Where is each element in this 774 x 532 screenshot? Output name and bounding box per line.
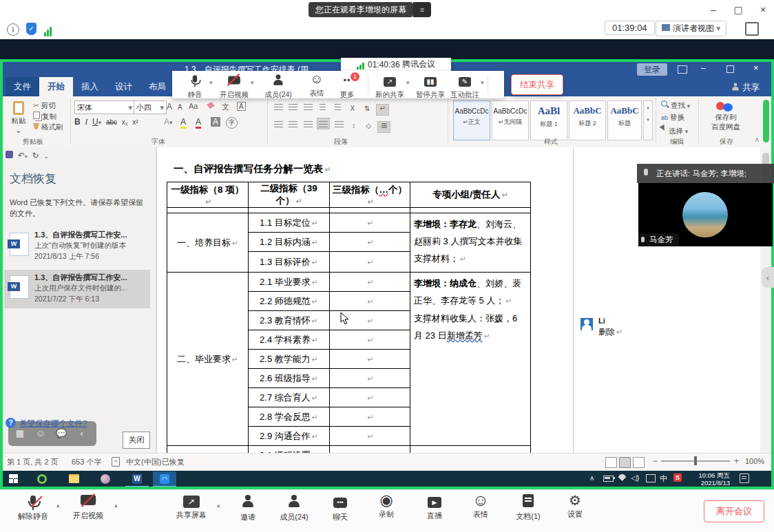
word-restore-button[interactable] xyxy=(726,65,734,73)
web-layout-icon[interactable] xyxy=(633,457,645,468)
video-options-icon[interactable]: ▾ xyxy=(251,79,254,86)
bullets-button[interactable] xyxy=(273,101,284,111)
viewer-maximize-button[interactable]: ▢ xyxy=(729,3,748,17)
enclose-char-button[interactable]: A xyxy=(237,102,246,111)
font-color-button[interactable]: A xyxy=(196,117,201,129)
leave-meeting-button[interactable]: 离开会议 xyxy=(704,500,764,522)
chat-button[interactable]: ••• 聊天 xyxy=(324,495,357,522)
justify-button[interactable] xyxy=(317,118,330,129)
italic-button[interactable]: I xyxy=(85,117,87,127)
superscript-button[interactable]: x² xyxy=(132,118,138,126)
save-icon[interactable] xyxy=(6,151,13,158)
select-button[interactable]: 选择 ▾ xyxy=(661,125,688,136)
highlight-button[interactable]: A xyxy=(180,117,186,129)
styles-scrollbar[interactable]: ▴▾ xyxy=(643,100,653,140)
close-recovery-button[interactable]: 关闭 xyxy=(123,432,150,449)
style-heading1[interactable]: AaBl标题 1 xyxy=(530,100,567,140)
change-case-button[interactable]: Aa xyxy=(189,102,198,110)
sogou-icon[interactable]: S xyxy=(673,474,682,482)
ribbon-options-icon[interactable] xyxy=(678,65,687,74)
word-minimize-button[interactable]: – xyxy=(701,63,706,73)
tab-insert[interactable]: 插入 xyxy=(73,77,107,96)
read-mode-icon[interactable] xyxy=(605,457,617,468)
tab-design[interactable]: 设计 xyxy=(107,77,140,96)
banner-menu-icon[interactable]: ≡ xyxy=(413,2,431,17)
taskbar-browser-icon[interactable] xyxy=(30,471,54,486)
shield-icon[interactable]: ✓ xyxy=(26,23,36,35)
shading-button[interactable]: A xyxy=(211,117,220,127)
view-mode-selector[interactable]: 演讲者视图 ▾ xyxy=(656,21,726,36)
save-to-baidu-button[interactable]: 保存到百度网盘 xyxy=(704,100,748,132)
help-icon[interactable]: ? xyxy=(6,418,16,428)
undo-icon[interactable]: ↶ xyxy=(18,151,25,160)
unmute-button[interactable]: 解除静音 xyxy=(12,495,54,522)
annotate-button[interactable]: ✎ 互动批注 xyxy=(449,74,481,87)
emoji-button[interactable]: ☺ 表情 xyxy=(464,492,497,520)
green-scroll-thumb[interactable] xyxy=(763,100,769,142)
decrease-indent-button[interactable] xyxy=(317,101,328,111)
members-button[interactable]: 成员(24) xyxy=(274,495,314,522)
word-count[interactable]: 653 个字 xyxy=(72,457,101,467)
word-close-button[interactable]: × xyxy=(753,63,759,73)
clock-time[interactable]: 10:06 周五2021/8/13 xyxy=(689,471,730,487)
tray-expand-icon[interactable]: ∧ xyxy=(589,474,594,482)
align-left-button[interactable] xyxy=(273,118,284,129)
multilevel-list-button[interactable] xyxy=(302,101,314,111)
cut-button[interactable]: ✂ 剪切 xyxy=(33,101,56,111)
language-indicator[interactable]: 中文(中国) xyxy=(126,457,161,467)
word-share-button[interactable]: 共享 xyxy=(729,81,760,94)
viewer-minimize-button[interactable]: – xyxy=(704,3,723,17)
style-no-spacing[interactable]: AaBbCcDc↵无间隔 xyxy=(492,100,529,140)
underline-button[interactable]: U xyxy=(92,117,98,127)
new-share-options-icon[interactable]: ▾ xyxy=(406,79,410,86)
video-button[interactable]: 开启视频 xyxy=(219,75,249,88)
style-normal[interactable]: AaBbCcDc↵正文 xyxy=(453,100,490,140)
taskbar-word-icon[interactable]: W xyxy=(125,471,149,487)
font-size-combo[interactable]: 小四▾ xyxy=(134,100,167,114)
strikethrough-button[interactable]: abc xyxy=(106,118,117,126)
zoom-in-icon[interactable]: + xyxy=(734,456,739,466)
pause-share-button[interactable]: ▮▮ 暂停共享 xyxy=(415,74,446,87)
asian-layout-button[interactable]: X xyxy=(346,105,358,115)
invite-button[interactable]: 邀请 xyxy=(231,495,264,522)
share-screen-button[interactable]: ↗ 共享屏幕 xyxy=(170,495,213,520)
fullscreen-icon[interactable] xyxy=(745,22,759,36)
qat-customize-icon[interactable]: ⌄ xyxy=(43,153,49,160)
find-button[interactable]: 查找 ▾ xyxy=(661,100,690,111)
notification-center-icon[interactable] xyxy=(740,474,749,483)
increase-indent-button[interactable] xyxy=(332,101,344,111)
distribute-button[interactable] xyxy=(333,118,345,129)
line-spacing-button[interactable]: ↕ xyxy=(348,122,359,132)
tab-home[interactable]: 开始 xyxy=(39,77,73,96)
recovered-file-item[interactable]: W 1.3、自评报告撰写工作安... 上次“自动恢复”时创建的版本 2021/8… xyxy=(4,227,150,266)
phonetic-guide-button[interactable]: 文 xyxy=(222,102,229,112)
borders-button[interactable]: ⊞ xyxy=(377,121,390,133)
zoom-slider-thumb[interactable] xyxy=(694,456,697,465)
zoom-out-icon[interactable]: − xyxy=(653,456,658,466)
redo-icon[interactable]: ↻ xyxy=(32,151,39,160)
show-marks-button[interactable]: ↵ xyxy=(376,104,389,116)
copy-button[interactable]: 复制 xyxy=(33,111,56,122)
emoji-button[interactable]: ☺ 表情 xyxy=(304,72,329,87)
mute-options-icon[interactable]: ▾ xyxy=(209,79,213,86)
mute-button[interactable]: 静音 xyxy=(183,74,207,86)
network-signal-icon[interactable] xyxy=(44,24,52,36)
font-name-combo[interactable]: 宋体▾ xyxy=(74,100,135,114)
bold-button[interactable]: B xyxy=(74,117,81,127)
sort-button[interactable]: ⇅ xyxy=(362,105,373,115)
record-button[interactable]: ◉ 录制 xyxy=(370,493,403,520)
info-icon[interactable]: i xyxy=(7,23,19,36)
taskbar-explorer-icon[interactable] xyxy=(62,471,85,486)
start-button[interactable] xyxy=(1,471,25,486)
live-button[interactable]: ▶ 直播 xyxy=(418,495,451,521)
subscript-button[interactable]: x₂ xyxy=(122,118,128,126)
page-indicator[interactable]: 第 1 页, 共 2 页 xyxy=(7,457,59,467)
numbering-button[interactable] xyxy=(287,101,299,111)
document-page[interactable]: 一、自评报告撰写任务分解一览表↵ 一级指标（8 项）↵ 二级指标（39 个）↵ … xyxy=(157,147,573,453)
circle-char-button[interactable]: 字 xyxy=(226,117,238,129)
zoom-level[interactable]: 100% xyxy=(745,457,764,465)
taskbar-meeting-icon[interactable]: ◠ xyxy=(153,471,176,487)
grow-font-button[interactable]: A xyxy=(167,102,172,111)
text-effects-button[interactable]: A▾ xyxy=(164,117,173,127)
print-layout-icon[interactable] xyxy=(619,457,631,468)
